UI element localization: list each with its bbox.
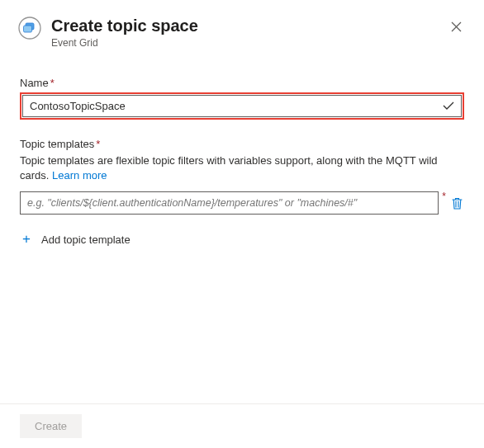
topic-space-icon [18, 17, 41, 40]
name-input-highlight [20, 92, 464, 120]
check-icon [443, 100, 454, 113]
template-row: * [20, 191, 464, 215]
required-asterisk: * [442, 191, 446, 202]
name-input[interactable] [22, 95, 462, 117]
template-input[interactable] [20, 191, 439, 215]
close-icon [451, 21, 462, 32]
templates-description: Topic templates are flexible topic filte… [20, 153, 464, 183]
create-button[interactable]: Create [20, 414, 82, 438]
close-button[interactable] [446, 17, 466, 36]
panel-title: Create topic space [51, 15, 446, 36]
panel-footer: Create [0, 403, 484, 448]
templates-label-text: Topic templates [20, 138, 94, 150]
svg-rect-2 [24, 26, 32, 32]
delete-template-button[interactable] [449, 196, 464, 210]
add-template-label: Add topic template [41, 233, 130, 246]
panel-header: Create topic space Event Grid [0, 0, 484, 55]
learn-more-link[interactable]: Learn more [52, 169, 107, 182]
required-asterisk: * [96, 138, 100, 150]
plus-icon: + [20, 231, 33, 248]
name-label-text: Name [20, 77, 49, 89]
add-template-button[interactable]: + Add topic template [20, 228, 464, 251]
header-text: Create topic space Event Grid [51, 15, 446, 49]
required-asterisk: * [50, 77, 55, 89]
panel-subtitle: Event Grid [51, 37, 446, 49]
templates-label: Topic templates* [20, 138, 464, 150]
trash-icon [452, 197, 463, 210]
form-body: Name* Topic templates* Topic templates a… [0, 55, 484, 251]
name-label: Name* [20, 77, 464, 89]
